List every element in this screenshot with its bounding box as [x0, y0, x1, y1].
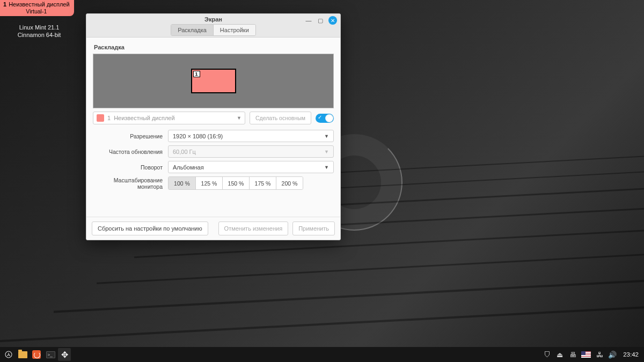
display-settings-window: Экран Раскладка Настройки — ▢ ✕ Раскладк… [86, 13, 341, 240]
window-footer: Сбросить на настройки по умолчанию Отмен… [86, 217, 340, 240]
scale-button-group: 100 % 125 % 150 % 175 % 200 % [168, 176, 303, 190]
preview-monitor-number: 1 [193, 71, 200, 77]
scale-200[interactable]: 200 % [276, 177, 303, 189]
apply-button[interactable]: Применить [292, 221, 335, 235]
tray-updates-icon[interactable]: ⛉ [543, 350, 551, 359]
rotation-select[interactable]: Альбомная ▼ [168, 161, 334, 173]
monitor-layout-preview[interactable]: 1 [93, 54, 334, 108]
tray-volume-icon[interactable]: 🔊 [608, 350, 617, 359]
display-selector-number: 1 [107, 115, 111, 121]
taskbar-clock[interactable]: 23:42 [623, 351, 639, 358]
chevron-down-icon: ▼ [324, 134, 329, 139]
make-primary-button[interactable]: Сделать основным [250, 112, 311, 124]
chevron-down-icon: ▼ [237, 115, 241, 121]
display-badge-title: Неизвестный дисплей [9, 1, 70, 8]
chevron-down-icon: ▼ [324, 149, 329, 154]
tab-layout[interactable]: Раскладка [171, 25, 213, 35]
scale-125[interactable]: 125 % [195, 177, 222, 189]
scale-100[interactable]: 100 % [169, 177, 195, 189]
cancel-changes-button[interactable]: Отменить изменения [218, 221, 289, 235]
reset-defaults-button[interactable]: Сбросить на настройки по умолчанию [92, 221, 208, 235]
scale-175[interactable]: 175 % [249, 177, 276, 189]
display-arrange-icon: ✥ [61, 350, 68, 360]
folder-icon [18, 351, 27, 358]
taskbar-display-settings[interactable]: ✥ [58, 348, 71, 361]
display-badge-number: 1 [3, 1, 6, 8]
terminal-icon: >_ [46, 351, 55, 358]
display-identify-badge: 1Неизвестный дисплей Virtual-1 [0, 0, 74, 16]
minimize-button[interactable]: — [305, 17, 312, 24]
close-button[interactable]: ✕ [328, 16, 337, 25]
taskbar-timeshift[interactable] [30, 348, 43, 361]
titlebar[interactable]: Экран Раскладка Настройки — ▢ ✕ [86, 14, 340, 38]
display-color-swatch [97, 114, 104, 122]
display-badge-subtitle: Virtual-1 [3, 8, 70, 15]
window-title: Экран [204, 16, 222, 23]
taskbar-terminal[interactable]: >_ [44, 348, 57, 361]
display-enabled-toggle[interactable]: ✓ [316, 114, 334, 123]
tab-settings[interactable]: Настройки [213, 25, 255, 35]
taskbar-files[interactable] [16, 348, 29, 361]
refresh-select[interactable]: 60,00 Гц ▼ [168, 145, 334, 158]
timeshift-icon [32, 350, 41, 359]
tray-network-icon[interactable]: 🖧 [595, 350, 604, 359]
refresh-label: Частота обновления [93, 149, 168, 155]
rotation-label: Поворот [93, 164, 168, 171]
scale-150[interactable]: 150 % [222, 177, 249, 189]
preview-monitor-1[interactable]: 1 [191, 69, 236, 93]
maximize-button[interactable]: ▢ [317, 17, 324, 24]
display-selector-name: Неизвестный дисплей [114, 115, 175, 121]
resolution-select[interactable]: 1920 × 1080 (16:9) ▼ [168, 130, 334, 142]
distro-label: Linux Mint 21.1 Cinnamon 64-bit [10, 24, 69, 39]
keyboard-layout-flag-icon[interactable] [581, 351, 591, 358]
display-selector[interactable]: 1 Неизвестный дисплей ▼ [93, 112, 245, 124]
taskbar: >_ ✥ ⛉ ⏏ 🖶 🖧 🔊 23:42 [0, 347, 644, 362]
check-icon: ✓ [318, 114, 322, 120]
tray-printer-icon[interactable]: 🖶 [568, 350, 577, 359]
section-heading-layout: Раскладка [94, 44, 334, 50]
chevron-down-icon: ▼ [324, 165, 329, 170]
tray-removable-icon[interactable]: ⏏ [555, 350, 564, 359]
start-menu-button[interactable] [2, 348, 15, 361]
scale-label: Масштабирование монитора [93, 177, 168, 190]
tab-switcher: Раскладка Настройки [171, 24, 256, 36]
resolution-label: Разрешение [93, 133, 168, 139]
